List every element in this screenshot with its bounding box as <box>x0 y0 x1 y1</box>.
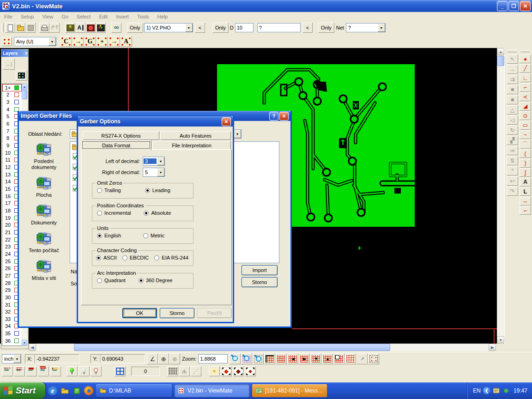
import-button[interactable]: Import <box>242 265 278 275</box>
language-indicator[interactable]: EN <box>473 387 481 394</box>
view-pads-button[interactable] <box>2 366 13 376</box>
menu-item[interactable]: Setup <box>17 13 38 20</box>
tray-notes-icon[interactable] <box>493 387 500 394</box>
canvas-hscrollbar[interactable]: ◀ ▶ <box>29 344 496 351</box>
clip-tool[interactable]: ↷ <box>507 187 518 196</box>
view-traces-button[interactable] <box>14 366 25 376</box>
undo-shape-tool[interactable]: ↩ <box>507 176 518 186</box>
dimension-tool[interactable]: ↔ <box>520 197 531 206</box>
place-desktop[interactable]: Plocha <box>22 177 66 198</box>
dcode-view-button[interactable] <box>85 23 96 33</box>
chevron-down-icon[interactable]: ▼ <box>378 24 385 32</box>
menu-item[interactable]: Edit <box>95 13 112 20</box>
task-message[interactable]: [191-482-091] - Mess... <box>252 384 327 397</box>
move-tool[interactable]: → <box>507 65 518 74</box>
radio-option[interactable]: Absolute <box>144 210 171 216</box>
radio-icon[interactable] <box>97 233 102 238</box>
radio-icon[interactable] <box>122 255 127 260</box>
stretch-view-button[interactable] <box>357 353 368 364</box>
net-combo[interactable]: ? ▼ <box>346 23 386 32</box>
measure-mode-button[interactable] <box>75 23 85 33</box>
highlight-on-button[interactable] <box>66 366 78 376</box>
layer-color-swatch[interactable] <box>14 85 19 90</box>
zoom-window-button[interactable] <box>345 353 356 364</box>
tray-icq-icon[interactable]: ✽ <box>502 387 510 394</box>
filter-combo[interactable]: Any (U) ▼ <box>14 37 56 46</box>
close-button[interactable]: ✕ <box>279 112 289 121</box>
highlight-c-button[interactable]: C <box>60 36 72 47</box>
scroll-up-button[interactable]: ▲ <box>22 84 27 90</box>
chevron-down-icon[interactable]: ▼ <box>185 24 193 32</box>
scroll-up-button[interactable]: ▲ <box>497 48 504 55</box>
draw-polyline-tool[interactable]: ∟ <box>520 73 531 82</box>
draw-spline-tool[interactable]: ʃ <box>520 168 531 177</box>
place-computer[interactable]: Tento počítač <box>22 232 66 254</box>
goto-net-button[interactable]: → <box>108 36 120 47</box>
tab-rs274x-options[interactable]: RS274-X Options <box>83 131 159 140</box>
cancel-button[interactable]: Storno <box>160 308 194 318</box>
radio-option[interactable]: English <box>97 233 121 238</box>
toolbar-grip[interactable] <box>508 50 517 52</box>
mirror-vertical-tool[interactable]: △ <box>507 105 518 115</box>
radio-icon[interactable] <box>143 233 148 238</box>
radio-option[interactable]: Leading <box>145 187 170 193</box>
align-tool[interactable]: ⇅ <box>507 156 518 165</box>
place-network[interactable]: Místa v síti <box>22 260 66 281</box>
cancel-button[interactable]: Storno <box>242 277 278 287</box>
origin-target-button[interactable] <box>158 353 169 364</box>
left-of-decimal-combo[interactable]: 3 ▼ <box>143 157 165 166</box>
new-file-button[interactable] <box>5 23 15 33</box>
radio-option[interactable]: Quadrant <box>97 278 126 283</box>
scroll-left-button[interactable]: ◀ <box>29 344 36 351</box>
minimize-button[interactable]: _ <box>497 1 508 11</box>
radio-icon[interactable] <box>154 255 159 260</box>
grid-window-button[interactable] <box>115 366 126 376</box>
layer-color-swatch[interactable] <box>14 331 19 336</box>
only-layer-button[interactable]: Only <box>127 23 143 33</box>
dcode-query-input[interactable]: ? <box>257 23 301 32</box>
hide-icons-button[interactable]: ❮ <box>483 387 490 394</box>
radio-option[interactable]: ASCII <box>96 255 117 260</box>
draw-line-tool[interactable]: ╱ <box>520 64 531 73</box>
help-button[interactable]: ? <box>269 112 278 121</box>
snap-points-button[interactable] <box>190 366 201 376</box>
pan-right-button[interactable] <box>299 353 310 364</box>
pan-left-button[interactable] <box>287 353 298 364</box>
menu-item[interactable]: Go <box>57 13 73 20</box>
layer-row[interactable]: 1+ <box>2 84 22 91</box>
layer-row[interactable]: 35 <box>2 330 22 337</box>
layer-insert-button[interactable]: →| <box>3 59 15 70</box>
radio-icon[interactable] <box>144 211 149 216</box>
text-tool[interactable]: A <box>520 178 531 187</box>
pattern-diamond-button[interactable] <box>221 366 232 376</box>
vscroll-thumb[interactable] <box>22 90 27 99</box>
radio-icon[interactable] <box>145 188 150 193</box>
draw-flash-tool[interactable]: ● <box>520 54 531 63</box>
dot-grid-button[interactable] <box>167 366 178 376</box>
zoom-selection-button[interactable] <box>253 353 264 364</box>
relative-origin-button[interactable] <box>169 353 180 364</box>
solid-fill-tool[interactable]: ■ <box>507 85 518 94</box>
print-button[interactable] <box>39 23 49 33</box>
highlight-outline-button[interactable] <box>91 366 102 376</box>
previous-view-button[interactable] <box>333 353 345 364</box>
select-tool[interactable]: ↖ <box>507 54 518 64</box>
zoom-in-button[interactable] <box>230 353 241 364</box>
inspect-button[interactable] <box>111 23 121 33</box>
save-file-button[interactable] <box>25 23 36 33</box>
radio-icon[interactable] <box>97 211 102 216</box>
previous-layer-button[interactable]: < <box>195 23 205 33</box>
mirror-horizontal-tool[interactable]: ◁ <box>507 115 518 125</box>
previous-dcode-button[interactable]: < <box>302 23 313 33</box>
zoom-all-button[interactable] <box>241 353 252 364</box>
close-icon[interactable]: x <box>25 51 27 55</box>
tab-file-interpretation[interactable]: File Interpretation <box>152 141 231 150</box>
chevron-down-icon[interactable]: ▼ <box>157 157 164 165</box>
start-button[interactable]: Start <box>0 382 45 399</box>
pattern-select-button[interactable] <box>2 37 12 46</box>
radio-icon[interactable] <box>97 278 102 283</box>
layer-combo[interactable]: 1) V2.PHO ▼ <box>144 23 193 32</box>
layer-row[interactable]: 2 <box>2 91 22 99</box>
chevron-down-icon[interactable]: ▼ <box>234 130 241 138</box>
right-of-decimal-combo[interactable]: 5 ▼ <box>143 168 165 177</box>
